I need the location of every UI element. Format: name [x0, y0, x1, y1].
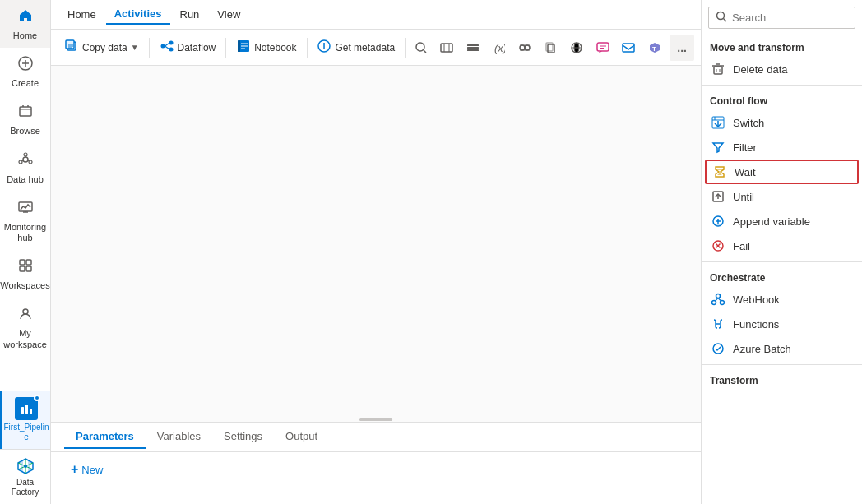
sidebar-item-myworkspace[interactable]: My workspace [0, 298, 50, 356]
svg-rect-46 [467, 47, 479, 49]
activity-until[interactable]: Until [702, 184, 862, 209]
right-panel-inner: Move and transform Delete data Control f… [702, 0, 862, 504]
notebook-icon [236, 39, 251, 57]
toolbar: Copy data ▼ Dataflow [51, 30, 701, 66]
globe-icon-btn[interactable] [564, 35, 589, 61]
copy-data-button[interactable]: Copy data ▼ [58, 35, 146, 60]
activity-filter[interactable]: Filter [702, 135, 862, 160]
switch-label: Switch [733, 117, 764, 129]
activity-append-variable[interactable]: Append variable [702, 209, 862, 234]
copy-data-icon [64, 39, 79, 57]
svg-point-28 [160, 44, 165, 48]
activity-fail[interactable]: Fail [702, 234, 862, 258]
filter-label: Filter [733, 141, 757, 154]
data-factory-icon [14, 455, 37, 478]
bottom-panel: Parameters Variables Settings Output + N… [51, 422, 701, 504]
svg-point-18 [23, 309, 28, 314]
new-button[interactable]: + New [64, 459, 109, 480]
pipeline-icon-btn[interactable] [435, 35, 460, 61]
svg-point-85 [721, 301, 725, 305]
svg-point-83 [716, 294, 721, 298]
fail-label: Fail [733, 240, 750, 252]
delete-data-label: Delete data [733, 63, 788, 76]
svg-rect-34 [238, 40, 240, 52]
more-icon: ... [677, 41, 687, 54]
get-metadata-button[interactable]: i Get metadata [310, 35, 401, 60]
activity-functions[interactable]: Functions [702, 312, 862, 336]
svg-text:T: T [652, 45, 656, 53]
activity-wait[interactable]: Wait [705, 160, 859, 184]
divider-1 [702, 85, 862, 86]
svg-line-41 [424, 50, 426, 53]
sidebar-item-create[interactable]: Create [0, 48, 50, 95]
resize-handle[interactable] [51, 417, 701, 422]
dataflow-button[interactable]: Dataflow [153, 35, 223, 60]
data-factory-label: Data Factory [3, 478, 47, 497]
svg-rect-42 [441, 44, 452, 52]
bottom-content: + New [51, 452, 701, 487]
dataflow-icon [160, 39, 174, 57]
sidebar-item-monitoring[interactable]: Monitoring hub [0, 192, 50, 250]
outlook-icon-btn[interactable] [616, 35, 641, 61]
sidebar-item-workspaces-label: Workspaces [0, 280, 49, 291]
svg-line-9 [28, 160, 30, 161]
menu-view[interactable]: View [209, 5, 248, 24]
svg-rect-21 [30, 409, 32, 414]
svg-rect-65 [714, 67, 722, 74]
sidebar-item-browse[interactable]: Browse [0, 95, 50, 143]
svg-line-32 [165, 46, 169, 49]
functions-icon [710, 316, 726, 332]
tab-parameters[interactable]: Parameters [64, 425, 146, 449]
pipeline-section: First_Pipelin e Data Factory [0, 391, 50, 504]
svg-point-29 [169, 40, 173, 44]
toolbar-divider-2 [225, 38, 226, 58]
notebook-button[interactable]: Notebook [229, 35, 303, 60]
switch-icon [710, 114, 726, 131]
activity-azure-batch[interactable]: Azure Batch [702, 336, 862, 361]
section-orchestrate-header: Orchestrate [702, 266, 862, 287]
pipeline-icon [15, 397, 38, 420]
tab-output[interactable]: Output [274, 425, 329, 449]
menu-activities[interactable]: Activities [106, 4, 170, 25]
home-icon [18, 8, 33, 27]
grid-icon-btn[interactable] [461, 35, 485, 61]
pipeline-dot [34, 395, 40, 401]
filter-icon [710, 139, 726, 155]
functions-label: Functions [733, 318, 779, 331]
search-toolbar-icon[interactable] [409, 35, 433, 61]
copy-data-chevron[interactable]: ▼ [131, 43, 139, 52]
svg-rect-20 [25, 405, 28, 414]
monitoring-icon [18, 200, 33, 219]
copy-data-label: Copy data [82, 42, 127, 53]
svg-rect-17 [26, 266, 31, 271]
menu-home[interactable]: Home [59, 5, 104, 24]
new-icon: + [71, 462, 78, 477]
wait-label: Wait [735, 166, 756, 178]
tab-settings[interactable]: Settings [212, 425, 274, 449]
activity-delete-data[interactable]: Delete data [702, 57, 862, 81]
data-factory-section: Data Factory [0, 449, 50, 504]
myworkspace-icon [18, 306, 33, 325]
svg-point-30 [169, 47, 173, 51]
sidebar-item-home[interactable]: Home [0, 0, 50, 48]
merge-icon-btn[interactable] [512, 35, 537, 61]
variable-icon-btn[interactable]: (x) [487, 35, 512, 61]
svg-rect-58 [597, 43, 609, 51]
chat-icon-btn[interactable] [591, 35, 615, 61]
teams-icon-btn[interactable]: T [642, 35, 667, 61]
search-input[interactable] [732, 12, 848, 24]
new-label: New [81, 464, 103, 476]
sidebar-item-datahub[interactable]: Data hub [0, 144, 50, 192]
pipeline-item[interactable]: First_Pipelin e [0, 391, 50, 449]
sidebar-item-workspaces[interactable]: Workspaces [0, 250, 50, 298]
copy-icon-btn[interactable] [539, 35, 563, 61]
divider-2 [702, 261, 862, 262]
more-button[interactable]: ... [670, 35, 694, 61]
tab-variables[interactable]: Variables [146, 425, 212, 449]
menu-run[interactable]: Run [172, 5, 208, 24]
until-icon [710, 188, 726, 205]
get-metadata-icon: i [317, 39, 331, 57]
delete-data-icon [710, 61, 726, 77]
activity-webhook[interactable]: WebHook [702, 287, 862, 312]
activity-switch[interactable]: Switch [702, 110, 862, 135]
